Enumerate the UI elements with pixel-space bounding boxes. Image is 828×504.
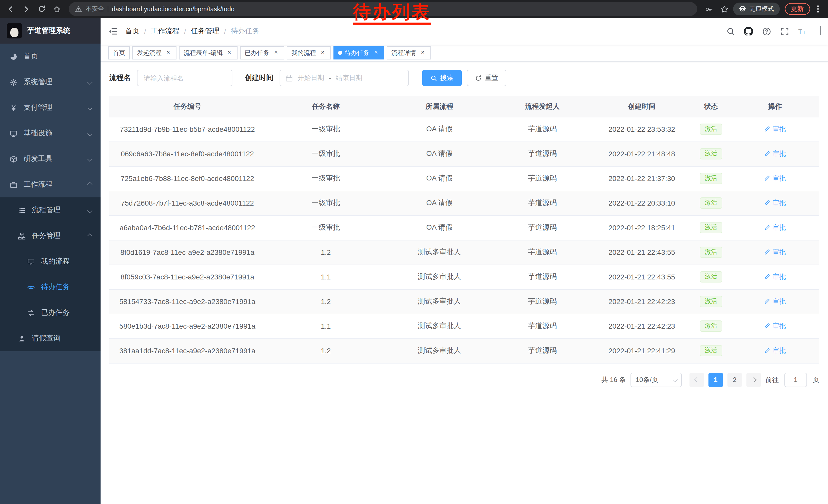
reload-icon[interactable] [35, 2, 48, 16]
table-header-row: 任务编号 任务名称 所属流程 流程发起人 创建时间 状态 操作 [109, 96, 819, 117]
cell-action: 审批 [731, 240, 819, 265]
approve-link[interactable]: 审批 [764, 297, 786, 306]
cell-task-id: 580e1b3d-7ac8-11ec-a9e2-a2380e71991a [109, 314, 265, 338]
tab-home[interactable]: 首页 [108, 46, 130, 59]
chevron-down-icon [672, 377, 677, 382]
table-row: a6aba0a4-7b6d-11ec-b781-acde48001122一级审批… [109, 215, 819, 240]
sidebar-item-done-tasks[interactable]: 已办任务 [0, 300, 100, 326]
tab-my-processes[interactable]: 我的流程 [287, 46, 331, 59]
eye-icon [27, 283, 35, 291]
sidebar-item-todo-tasks[interactable]: 待办任务 [0, 274, 100, 300]
approve-link[interactable]: 审批 [764, 346, 786, 355]
status-badge: 激活 [700, 222, 722, 233]
close-icon[interactable] [273, 49, 280, 56]
help-icon[interactable] [762, 27, 771, 36]
font-size-icon[interactable]: TT [798, 27, 807, 36]
cell-create-time: 2022-01-21 22:43:55 [592, 240, 692, 265]
home-icon[interactable] [50, 2, 64, 16]
sidebar-item-my-processes[interactable]: 我的流程 [0, 249, 100, 274]
cell-task-id: 725a1eb6-7b88-11ec-8ef0-acde48001122 [109, 166, 265, 191]
tab-todo-tasks[interactable]: 待办任务 [333, 46, 384, 59]
chevron-up-icon [87, 234, 92, 238]
edit-pen-icon [764, 150, 771, 157]
sidebar-item-infrastructure[interactable]: 基础设施 [0, 121, 100, 146]
search-button[interactable]: 搜索 [422, 70, 462, 86]
page-size-select[interactable]: 10条/页 [630, 372, 682, 387]
close-icon[interactable] [226, 49, 233, 56]
sidebar-item-system[interactable]: 系统管理 [0, 69, 100, 95]
browser-chrome: 不安全 dashboard.yudao.iocoder.cn/bpm/task/… [0, 0, 828, 18]
create-time-label: 创建时间 [245, 73, 274, 83]
approve-link[interactable]: 审批 [764, 321, 786, 331]
edit-pen-icon [764, 323, 771, 329]
cell-process: OA 请假 [386, 215, 493, 240]
status-badge: 激活 [700, 148, 722, 159]
sidebar-item-home[interactable]: 首页 [0, 44, 100, 69]
approve-link[interactable]: 审批 [764, 149, 786, 158]
sidebar-item-process-management[interactable]: 流程管理 [0, 197, 100, 223]
next-page-button[interactable] [746, 372, 761, 387]
key-icon[interactable] [702, 2, 715, 16]
breadcrumb-separator [184, 27, 186, 35]
reset-button[interactable]: 重置 [467, 70, 506, 86]
approve-link[interactable]: 审批 [764, 174, 786, 183]
close-icon[interactable] [372, 49, 380, 56]
sidebar-toggle-icon[interactable] [100, 27, 125, 36]
address-bar[interactable]: 不安全 dashboard.yudao.iocoder.cn/bpm/task/… [69, 2, 697, 16]
page-button-1[interactable]: 1 [708, 372, 723, 387]
cell-starter: 芋道源码 [493, 338, 592, 363]
sidebar-item-payment[interactable]: 支付管理 [0, 95, 100, 121]
avatar-dropdown-caret-icon[interactable] [820, 26, 821, 35]
breadcrumb-task-management[interactable]: 任务管理 [191, 27, 219, 36]
tab-process-detail[interactable]: 流程详情 [387, 46, 431, 59]
approve-link[interactable]: 审批 [764, 198, 786, 208]
approve-link[interactable]: 审批 [764, 272, 786, 281]
bookmark-star-icon[interactable] [717, 2, 731, 16]
goto-page-input[interactable] [784, 372, 807, 387]
table-row: 8f0d1619-7ac8-11ec-a9e2-a2380e71991a1.2测… [109, 240, 819, 265]
close-icon[interactable] [419, 49, 426, 56]
breadcrumb-workflow[interactable]: 工作流程 [151, 27, 179, 36]
back-icon[interactable] [4, 2, 17, 16]
tab-form-edit[interactable]: 流程表单-编辑 [179, 46, 238, 59]
close-icon[interactable] [165, 49, 172, 56]
navbar-actions: TT [726, 27, 828, 36]
header-status: 状态 [692, 96, 731, 117]
approve-link[interactable]: 审批 [764, 223, 786, 232]
cell-task-id: 75d72608-7b7f-11ec-a3c8-acde48001122 [109, 191, 265, 215]
browser-menu-dots-icon[interactable] [817, 8, 819, 10]
breadcrumb-separator [144, 27, 146, 35]
approve-link[interactable]: 审批 [764, 248, 786, 257]
cell-process: 测试多审批人 [386, 338, 493, 363]
fullscreen-icon[interactable] [780, 27, 789, 36]
tab-done-tasks[interactable]: 已办任务 [240, 46, 284, 59]
chevron-down-icon [87, 131, 92, 136]
update-button[interactable]: 更新 [785, 3, 810, 15]
sidebar-item-workflow[interactable]: 工作流程 [0, 172, 100, 197]
tab-start-process[interactable]: 发起流程 [132, 46, 176, 59]
cell-action: 审批 [731, 289, 819, 314]
approve-link[interactable]: 审批 [764, 125, 786, 134]
search-icon[interactable] [726, 27, 735, 36]
total-count: 共 16 条 [602, 375, 626, 384]
workflow-submenu: 流程管理 任务管理 我的流程 待办任务 [0, 197, 100, 351]
cell-create-time: 2022-01-22 21:48:48 [592, 141, 692, 166]
process-name-input[interactable] [137, 70, 233, 86]
github-icon[interactable] [744, 27, 753, 36]
cell-status: 激活 [692, 338, 731, 363]
cell-process: OA 请假 [386, 191, 493, 215]
sidebar-item-task-management[interactable]: 任务管理 [0, 223, 100, 249]
sidebar-item-leave-query[interactable]: 请假查询 [0, 326, 100, 351]
breadcrumb-home[interactable]: 首页 [125, 27, 139, 36]
forward-icon[interactable] [19, 2, 33, 16]
header-create-time: 创建时间 [592, 96, 692, 117]
cell-action: 审批 [731, 265, 819, 289]
prev-page-button[interactable] [690, 372, 704, 387]
sidebar-item-devtools[interactable]: 研发工具 [0, 146, 100, 172]
cell-status: 激活 [692, 141, 731, 166]
page-button-2[interactable]: 2 [728, 372, 742, 387]
update-label: 更新 [791, 5, 803, 13]
date-range-picker[interactable]: 开始日期 - 结束日期 [280, 70, 409, 86]
cell-status: 激活 [692, 191, 731, 215]
close-icon[interactable] [319, 49, 326, 56]
